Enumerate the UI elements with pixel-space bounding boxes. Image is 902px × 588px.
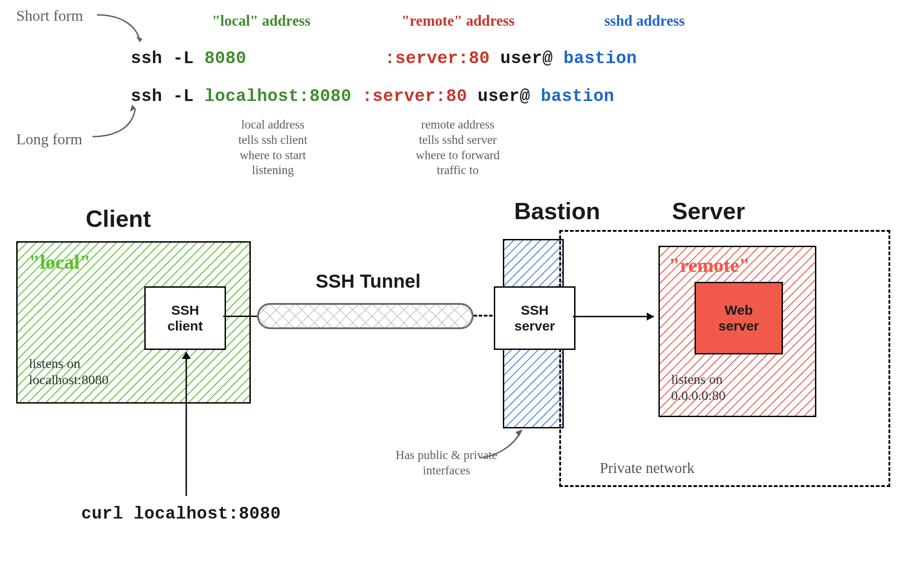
remote-listens: listens on 0.0.0.0:80 [671,371,726,404]
tunnel-left-line [223,316,257,317]
short-form-label: Short form [16,7,83,24]
local-desc: local address tells ssh client where to … [207,117,338,178]
cmd-long: ssh -L localhost:8080 :server:80 user@ b… [131,87,614,106]
cmd-short-prefix: ssh -L [131,49,194,68]
arrow-bastion-note [479,426,529,462]
client-header: Client [86,205,151,232]
server-header: Server [672,198,745,225]
web-server-box: Web server [695,282,783,354]
remote-desc: remote address tells sshd server where t… [388,117,528,178]
local-addr-label: "local" address [212,13,310,29]
curl-command: curl localhost:8080 [81,504,281,524]
remote-quote: "remote" [669,254,750,277]
cmd-long-user: user@ [478,87,530,106]
cmd-short-remote: :server:80 [385,49,490,68]
tunnel-pipe [257,303,474,329]
cmd-short-local: 8080 [204,49,246,68]
svg-rect-5 [258,304,473,328]
arrow-curl [179,349,193,498]
arrow-long-form [90,101,144,142]
local-listens: listens on localhost:8080 [29,355,109,388]
ssh-server-box: SSH server [494,286,575,350]
cmd-short-host: bastion [563,49,637,68]
ssh-client-box: SSH client [144,286,226,350]
tunnel-label: SSH Tunnel [316,271,421,292]
private-network-label: Private network [600,460,695,477]
diagram-root: Short form "local" address "remote" addr… [0,0,902,588]
sshd-addr-label: sshd address [604,13,685,29]
cmd-long-local: localhost:8080 [204,87,351,106]
arrow-to-server [573,311,663,322]
cmd-short-user: user@ [500,49,553,68]
local-quote: "local" [29,251,91,274]
remote-addr-label: "remote" address [401,13,515,29]
cmd-long-host: bastion [541,87,614,106]
cmd-long-remote: :server:80 [362,87,467,106]
cmd-short: ssh -L 8080 :server:80 user@ bastion [131,49,637,68]
arrow-short-form [95,8,149,49]
bastion-header: Bastion [514,198,600,225]
long-form-label: Long form [16,131,82,148]
